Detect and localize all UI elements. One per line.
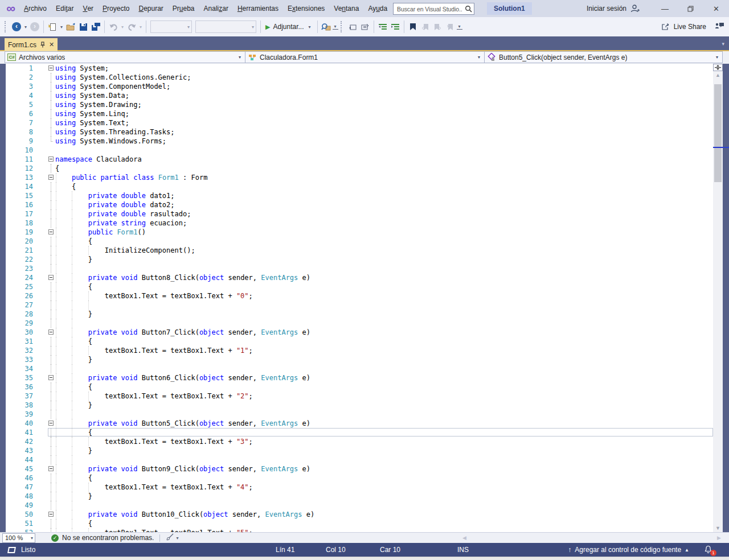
code-line-42[interactable]: 42 textBox1.Text = textBox1.Text + "3"; [0,437,713,446]
line-indicator[interactable]: Lín 41 [276,543,294,557]
collapse-box-icon[interactable] [48,157,54,162]
menu-depurar[interactable]: Depurar [134,0,167,17]
selection-margin[interactable] [35,510,48,519]
fold-margin[interactable] [48,64,55,73]
fold-margin[interactable] [48,155,55,164]
selection-margin[interactable] [35,310,48,319]
menu-ventana[interactable]: Ventana [329,0,363,17]
split-editor-handle[interactable] [713,64,723,71]
code-line-43[interactable]: 43 } [0,446,713,455]
collapse-box-icon[interactable] [48,330,54,335]
navigate-back-dropdown[interactable]: ▾ [23,24,28,30]
decrease-indent-button[interactable] [376,20,389,33]
code-line-15[interactable]: 15 private double dato1; [0,191,713,200]
code-line-40[interactable]: 40 private void Button5_Click(object sen… [0,419,713,428]
code-line-4[interactable]: 4using System.Data; [0,91,713,100]
selection-margin[interactable] [35,200,48,209]
notifications-button[interactable]: 1 [704,543,714,557]
code-line-6[interactable]: 6using System.Linq; [0,109,713,118]
code-text[interactable]: textBox1.Text = textBox1.Text + "1"; [55,346,713,355]
code-line-52[interactable]: 52 textBox1.Text = textBox1.Text + "5"; [0,528,713,532]
selection-margin[interactable] [35,109,48,118]
code-line-2[interactable]: 2using System.Collections.Generic; [0,73,713,82]
code-line-7[interactable]: 7using System.Text; [0,118,713,127]
code-cleanup-dropdown[interactable]: ▾ [174,536,180,541]
selection-margin[interactable] [35,328,48,337]
close-tab-icon[interactable]: ✕ [49,41,54,48]
menu-archivo[interactable]: Archivo [19,0,51,17]
selection-margin[interactable] [35,137,48,146]
sign-in-button[interactable]: Iniciar sesión [587,0,640,17]
selection-margin[interactable] [35,282,48,291]
code-line-19[interactable]: 19 public Form1() [0,228,713,237]
selection-margin[interactable] [35,100,48,109]
selection-margin[interactable] [35,91,48,100]
code-text[interactable]: private double dato2; [55,200,713,209]
code-text[interactable]: private void Button7_Click(object sender… [55,328,713,337]
undo-dropdown[interactable]: ▾ [120,24,125,30]
selection-margin[interactable] [35,446,48,455]
code-line-35[interactable]: 35 private void Button6_Click(object sen… [0,373,713,382]
toggle-bookmark-button[interactable] [407,20,419,33]
next-bookmark-button[interactable] [432,20,444,33]
selection-margin[interactable] [35,319,48,328]
selection-margin[interactable] [35,237,48,246]
add-to-source-control-button[interactable]: ↑ Agregar al control de código fuente ▲ [568,543,689,557]
hscroll-right-arrow[interactable]: ▶ [717,535,721,541]
live-share-button[interactable]: Live Share [661,17,706,36]
selection-margin[interactable] [35,255,48,264]
menu-editar[interactable]: Editar [51,0,78,17]
selection-margin[interactable] [35,437,48,446]
attach-button[interactable]: ▶ Adjuntar... ▾ [263,23,315,31]
menu-prueba[interactable]: Prueba [168,0,199,17]
code-line-24[interactable]: 24 private void Button8_Click(object sen… [0,273,713,282]
code-line-45[interactable]: 45 private void Button9_Click(object sen… [0,464,713,473]
menu-herramientas[interactable]: Herramientas [233,0,283,17]
code-line-30[interactable]: 30 private void Button7_Click(object sen… [0,328,713,337]
code-text[interactable]: using System.ComponentModel; [55,82,713,91]
pin-icon[interactable] [40,42,46,48]
fold-margin[interactable] [48,510,55,519]
code-text[interactable]: using System.Threading.Tasks; [55,127,713,137]
code-text[interactable]: } [55,492,713,501]
scroll-down-arrow[interactable]: ▼ [713,525,723,531]
restore-button[interactable] [678,0,703,17]
code-text[interactable]: textBox1.Text = textBox1.Text + "3"; [55,437,713,446]
selection-margin[interactable] [35,118,48,127]
code-line-44[interactable]: 44 [0,455,713,464]
code-text[interactable]: } [55,446,713,455]
tab-form1cs[interactable]: Form1.cs ✕ [5,38,58,51]
code-text[interactable]: using System.Windows.Forms; [55,137,713,146]
code-line-25[interactable]: 25 { [0,282,713,291]
project-dropdown[interactable]: C# Archivos varios ▾ [5,52,245,63]
code-line-41[interactable]: 41 { [0,428,713,437]
search-input[interactable]: Buscar en Visual Studio... [393,3,474,15]
code-line-22[interactable]: 22 } [0,255,713,264]
code-line-5[interactable]: 5using System.Drawing; [0,100,713,109]
code-line-8[interactable]: 8using System.Threading.Tasks; [0,127,713,137]
code-line-29[interactable]: 29 [0,319,713,328]
code-line-50[interactable]: 50 private void Button10_Click(object se… [0,510,713,519]
code-text[interactable]: { [55,237,713,246]
collapse-box-icon[interactable] [48,421,54,426]
code-line-9[interactable]: 9using System.Windows.Forms; [0,137,713,146]
fold-margin[interactable] [48,328,55,337]
code-text[interactable]: public Form1() [55,228,713,237]
code-line-27[interactable]: 27 [0,300,713,310]
code-text[interactable] [55,264,713,273]
fold-margin[interactable] [48,373,55,382]
code-text[interactable]: using System.Collections.Generic; [55,73,713,82]
insert-mode-indicator[interactable]: INS [457,543,469,557]
feedback-button[interactable] [715,22,724,32]
redo-button[interactable] [125,20,138,33]
code-text[interactable]: private void Button5_Click(object sender… [55,419,713,428]
code-text[interactable]: } [55,255,713,264]
selection-margin[interactable] [35,209,48,219]
menu-extensiones[interactable]: Extensiones [283,0,329,17]
save-all-button[interactable] [89,20,102,33]
selection-margin[interactable] [35,419,48,428]
fold-margin[interactable] [48,419,55,428]
code-text[interactable]: InitializeComponent(); [55,246,713,255]
code-text[interactable]: using System.Linq; [55,109,713,118]
code-text[interactable] [55,300,713,310]
